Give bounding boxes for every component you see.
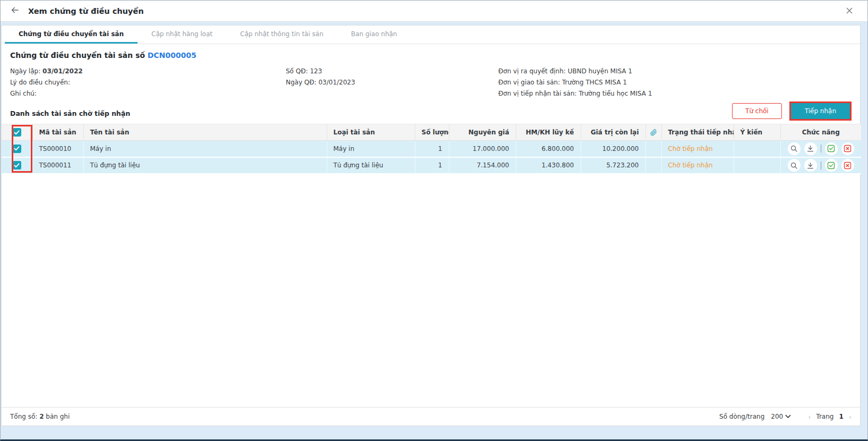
action-divider — [821, 145, 821, 152]
document-info-grid: Ngày lập: 03/01/2022 Lý do điều chuyển: … — [10, 66, 852, 99]
rows-per-page-label: Số dòng/trang — [719, 413, 764, 420]
decision-number-field: Số QĐ: 123 — [286, 66, 498, 77]
created-date-field: Ngày lập: 03/01/2022 — [10, 66, 286, 77]
paperclip-icon — [650, 129, 657, 136]
document-number-link[interactable]: DCN000005 — [148, 51, 197, 60]
reject-row-icon[interactable] — [841, 159, 854, 172]
cell-code: TS000010 — [32, 141, 83, 157]
reject-button[interactable]: Từ chối — [732, 103, 782, 119]
cell-opinion — [734, 157, 780, 174]
cell-type: Tủ đựng tài liệu — [327, 157, 415, 174]
transfer-document-viewer: Xem chứng từ điều chuyển Chứng từ điều c… — [0, 0, 868, 441]
asset-table-wrap: Mã tài sản Tên tài sản Loại tài sản Số l… — [2, 124, 860, 174]
chevron-down-icon — [785, 414, 791, 419]
prev-page-icon[interactable]: ‹ — [808, 413, 811, 421]
page-label: Trang — [816, 413, 833, 420]
approve-row-icon[interactable] — [825, 159, 838, 172]
footer-bar: Tổng số: 2 bản ghi Số dòng/trang 200 ‹ T… — [2, 407, 860, 426]
col-header-qty[interactable]: Số lượng — [415, 124, 449, 141]
select-all-checkbox[interactable] — [13, 128, 21, 137]
download-icon[interactable] — [804, 159, 817, 172]
col-header-opinion[interactable]: Ý kiến — [734, 124, 780, 141]
cell-type: Máy in — [327, 141, 415, 157]
document-title: Chứng từ điều chuyển tài sản số DCN00000… — [10, 51, 852, 60]
table-empty-area — [2, 174, 860, 408]
reject-row-icon[interactable] — [841, 142, 854, 155]
table-header-row: Mã tài sản Tên tài sản Loại tài sản Số l… — [2, 124, 861, 141]
total-records: Tổng số: 2 bản ghi — [10, 413, 70, 420]
approve-row-icon[interactable] — [825, 142, 838, 155]
col-header-actions: Chức năng — [780, 124, 861, 141]
tab-transfer-document[interactable]: Chứng từ điều chuyển tài sản — [5, 26, 138, 44]
tab-handover[interactable]: Ban giao nhận — [337, 26, 411, 44]
cell-status: Chờ tiếp nhận — [661, 157, 734, 174]
cell-accum: 6.800.000 — [516, 141, 581, 157]
tab-bar: Chứng từ điều chuyển tài sản Cập nhật hà… — [2, 26, 860, 44]
asset-list-title: Danh sách tài sản chờ tiếp nhận — [10, 109, 130, 121]
col-header-code[interactable]: Mã tài sản — [32, 124, 83, 141]
decision-date-field: Ngày QĐ: 03/01/2023 — [286, 77, 498, 88]
cell-qty: 1 — [415, 157, 449, 174]
document-title-prefix: Chứng từ điều chuyển tài sản số — [10, 51, 148, 60]
col-header-cost[interactable]: Nguyên giá — [449, 124, 516, 141]
tab-bulk-update[interactable]: Cập nhật hàng loạt — [138, 26, 226, 44]
view-detail-icon[interactable] — [788, 142, 801, 155]
action-divider — [821, 162, 821, 169]
row-actions — [784, 159, 858, 172]
page-navigation: ‹ Trang 1 › — [808, 413, 852, 421]
back-arrow-icon[interactable] — [10, 6, 20, 16]
cell-status: Chờ tiếp nhận — [661, 141, 734, 157]
cell-remaining: 5.723.200 — [581, 157, 645, 174]
info-column-left: Ngày lập: 03/01/2022 Lý do điều chuyển: … — [10, 66, 286, 99]
accept-button[interactable]: Tiếp nhận — [791, 103, 850, 119]
table-row[interactable]: TS000011 Tủ đựng tài liệu Tủ đựng tài li… — [2, 157, 861, 174]
cell-opinion — [734, 141, 780, 157]
download-icon[interactable] — [804, 142, 817, 155]
cell-name: Máy in — [83, 141, 327, 157]
cell-qty: 1 — [415, 141, 449, 157]
annotation-accept-highlight: Tiếp nhận — [789, 101, 852, 121]
document-info-section: Chứng từ điều chuyển tài sản số DCN00000… — [2, 44, 860, 99]
list-toolbar: Danh sách tài sản chờ tiếp nhận Từ chối … — [2, 99, 860, 124]
giving-unit-field: Đơn vị giao tài sản: Trường THCS MISA 1 — [498, 77, 852, 88]
info-column-right: Đơn vị ra quyết định: UBND huyện MISA 1 … — [498, 66, 852, 99]
page-title: Xem chứng từ điều chuyển — [28, 7, 143, 15]
info-column-middle: Số QĐ: 123 Ngày QĐ: 03/01/2023 — [286, 66, 498, 99]
cell-cost: 7.154.000 — [449, 157, 516, 174]
cell-cost: 17.000.000 — [449, 141, 516, 157]
note-field: Ghi chú: — [10, 88, 286, 99]
tab-asset-info-update[interactable]: Cập nhật thông tin tài sản — [226, 26, 337, 44]
receiving-unit-field: Đơn vị tiếp nhận tài sản: Trường tiểu họ… — [498, 88, 852, 99]
transfer-reason-field: Lý do điều chuyển: — [10, 77, 286, 88]
row-checkbox[interactable] — [13, 145, 21, 153]
next-page-icon[interactable]: › — [849, 413, 852, 421]
asset-table: Mã tài sản Tên tài sản Loại tài sản Số l… — [2, 124, 861, 174]
col-header-accum[interactable]: HM/KH lũy kế — [516, 124, 581, 141]
col-header-type[interactable]: Loại tài sản — [327, 124, 415, 141]
pagination: Số dòng/trang 200 ‹ Trang 1 › — [719, 413, 852, 421]
col-header-remaining[interactable]: Giá trị còn lại — [581, 124, 645, 141]
current-page-number: 1 — [839, 413, 843, 420]
rows-per-page-select[interactable]: 200 — [771, 413, 791, 420]
col-header-name[interactable]: Tên tài sản — [83, 124, 327, 141]
row-checkbox[interactable] — [13, 161, 21, 169]
view-detail-icon[interactable] — [788, 159, 801, 172]
cell-remaining: 10.200.000 — [581, 141, 645, 157]
close-icon[interactable] — [845, 5, 854, 17]
toolbar-buttons: Từ chối Tiếp nhận — [732, 101, 852, 121]
row-actions — [784, 142, 858, 155]
cell-accum: 1.430.800 — [516, 157, 581, 174]
cell-code: TS000011 — [32, 157, 83, 174]
cell-name: Tủ đựng tài liệu — [83, 157, 327, 174]
window-header: Xem chứng từ điều chuyển — [1, 1, 867, 22]
col-header-status[interactable]: Trạng thái tiếp nhận — [661, 124, 734, 141]
content-card: Chứng từ điều chuyển tài sản Cập nhật hà… — [1, 25, 861, 426]
table-row[interactable]: TS000010 Máy in Máy in 1 17.000.000 6.80… — [2, 141, 861, 157]
deciding-unit-field: Đơn vị ra quyết định: UBND huyện MISA 1 — [498, 66, 852, 77]
